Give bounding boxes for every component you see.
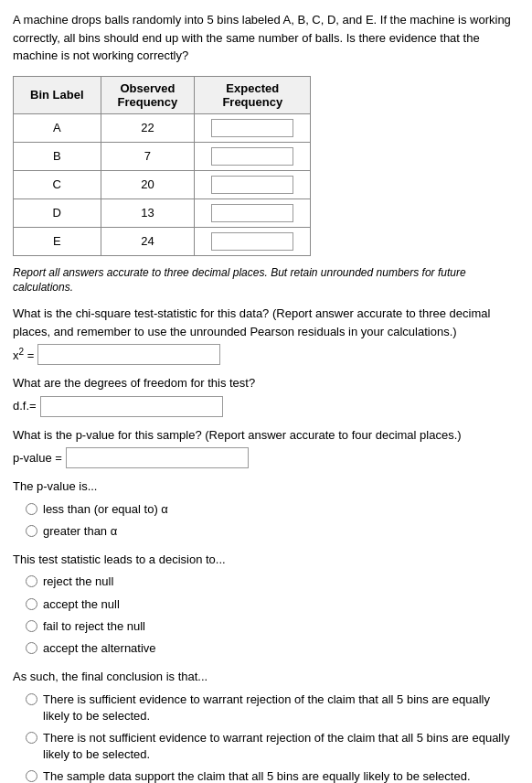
col-bin-label: Bin Label	[14, 76, 101, 113]
decision-option-2[interactable]: fail to reject the null	[26, 618, 519, 635]
chi-sq-label: x2 =	[13, 345, 34, 365]
table-row: B 7	[14, 142, 311, 170]
observed-cell: 7	[101, 142, 195, 170]
table-row: D 13	[14, 198, 311, 227]
pvalue-input[interactable]	[66, 447, 249, 468]
conclusion-option-0[interactable]: There is sufficient evidence to warrant …	[26, 692, 519, 724]
pvalue-section-label: The p-value is...	[13, 477, 519, 496]
pvalue-section: The p-value is... less than (or equal to…	[13, 477, 519, 540]
observed-cell: 22	[101, 113, 195, 142]
decision-radio-0[interactable]	[26, 575, 37, 587]
observed-cell: 24	[101, 227, 195, 255]
pvalue-radio-group: less than (or equal to) α greater than α	[13, 501, 519, 540]
conclusion-section: As such, the final conclusion is that...…	[13, 668, 519, 783]
decision-option-text-0: reject the null	[43, 574, 113, 590]
decision-option-text-1: accept the null	[43, 596, 120, 613]
conclusion-option-text-2: The sample data support the claim that a…	[43, 768, 471, 783]
decision-option-0[interactable]: reject the null	[26, 574, 519, 590]
df-question: What are the degrees of freedom for this…	[13, 374, 519, 417]
decision-option-text-3: accept the alternative	[43, 640, 156, 657]
expected-cell[interactable]	[195, 170, 311, 198]
observed-cell: 20	[101, 170, 195, 198]
conclusion-option-1[interactable]: There is not sufficient evidence to warr…	[26, 730, 519, 763]
col-expected: ExpectedFrequency	[195, 76, 311, 113]
decision-radio-group: reject the null accept the null fail to …	[13, 574, 519, 657]
decision-radio-3[interactable]	[26, 642, 37, 654]
frequency-table: Bin Label ObservedFrequency ExpectedFreq…	[13, 76, 311, 256]
expected-input[interactable]	[211, 232, 293, 251]
q2-text: What are the degrees of freedom for this…	[13, 374, 519, 392]
q3-text: What is the p-value for this sample? (Re…	[13, 426, 519, 445]
observed-cell: 13	[101, 198, 195, 227]
bin-label-cell: B	[14, 142, 101, 170]
table-row: E 24	[14, 227, 311, 255]
pvalue-radio-0[interactable]	[26, 503, 37, 515]
q1-text: What is the chi-square test-statistic fo…	[13, 305, 519, 340]
expected-cell[interactable]	[195, 198, 311, 227]
conclusion-option-text-0: There is sufficient evidence to warrant …	[43, 692, 519, 724]
expected-cell[interactable]	[195, 113, 311, 142]
bin-label-cell: C	[14, 170, 101, 198]
chi-sq-input[interactable]	[37, 344, 220, 365]
accuracy-note: Report all answers accurate to three dec…	[13, 265, 519, 296]
chi-square-question: What is the chi-square test-statistic fo…	[13, 305, 519, 365]
conclusion-radio-group: There is sufficient evidence to warrant …	[13, 692, 519, 783]
df-label: d.f.=	[13, 397, 37, 415]
conclusion-option-text-1: There is not sufficient evidence to warr…	[43, 730, 519, 763]
pvalue-option-1[interactable]: greater than α	[26, 523, 519, 540]
pvalue-option-text-0: less than (or equal to) α	[43, 501, 168, 518]
decision-option-text-2: fail to reject the null	[43, 618, 145, 635]
expected-input[interactable]	[211, 119, 293, 137]
problem-text: A machine drops balls randomly into 5 bi…	[13, 11, 519, 65]
expected-input[interactable]	[211, 147, 293, 166]
conclusion-option-2[interactable]: The sample data support the claim that a…	[26, 768, 519, 783]
pvalue-label: p-value =	[13, 449, 62, 467]
pvalue-radio-1[interactable]	[26, 525, 37, 537]
bin-label-cell: E	[14, 227, 101, 255]
table-row: C 20	[14, 170, 311, 198]
pvalue-option-0[interactable]: less than (or equal to) α	[26, 501, 519, 518]
expected-cell[interactable]	[195, 227, 311, 255]
decision-option-1[interactable]: accept the null	[26, 596, 519, 613]
expected-input[interactable]	[211, 176, 293, 194]
decision-section-label: This test statistic leads to a decision …	[13, 551, 519, 569]
pvalue-option-text-1: greater than α	[43, 523, 117, 540]
expected-input[interactable]	[211, 204, 293, 222]
table-row: A 22	[14, 113, 311, 142]
bin-label-cell: A	[14, 113, 101, 142]
conclusion-radio-0[interactable]	[26, 693, 37, 705]
conclusion-section-label: As such, the final conclusion is that...	[13, 668, 519, 686]
col-observed: ObservedFrequency	[101, 76, 195, 113]
decision-section: This test statistic leads to a decision …	[13, 551, 519, 657]
decision-radio-2[interactable]	[26, 620, 37, 632]
conclusion-radio-1[interactable]	[26, 732, 37, 744]
expected-cell[interactable]	[195, 142, 311, 170]
decision-radio-1[interactable]	[26, 598, 37, 610]
pvalue-question: What is the p-value for this sample? (Re…	[13, 426, 519, 469]
decision-option-3[interactable]: accept the alternative	[26, 640, 519, 657]
df-input[interactable]	[40, 396, 223, 417]
conclusion-radio-2[interactable]	[26, 770, 37, 782]
bin-label-cell: D	[14, 198, 101, 227]
